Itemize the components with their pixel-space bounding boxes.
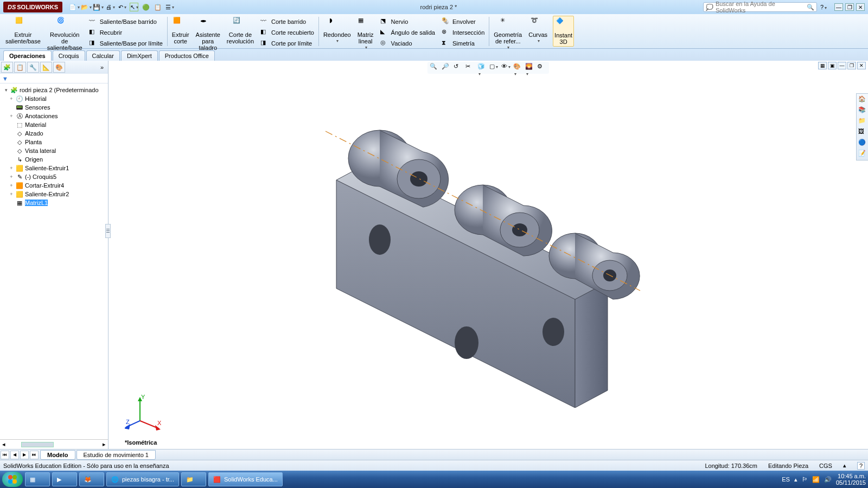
tab-calcular[interactable]: Calcular <box>86 50 120 61</box>
taskbar-solidworks-button[interactable]: 🟥SolidWorks Educa... <box>208 472 283 486</box>
search-icon[interactable]: 🔍 <box>807 4 814 11</box>
tree-item-1[interactable]: 📟Sensores <box>1 103 107 112</box>
feature-manager-tab[interactable]: 🧩 <box>1 62 13 73</box>
tree-item-9[interactable]: +✎(-) Croquis5 <box>1 172 107 181</box>
dimxpert-manager-tab[interactable]: 📐 <box>40 62 52 73</box>
extrude-cut-button[interactable]: 🟧Extruircorte <box>171 16 190 46</box>
swept-cut-button[interactable]: 〰Corte barrido <box>259 17 315 27</box>
rebuild-icon[interactable]: 🟢 <box>142 3 150 11</box>
revolve-boss-button[interactable]: 🌀Revolucióndesaliente/base <box>46 16 84 52</box>
boundary-cut-button[interactable]: ◨Corte por límite <box>259 38 315 48</box>
tab-estudio-movimiento[interactable]: Estudio de movimiento 1 <box>76 450 156 460</box>
custom-props-icon[interactable]: 📝 <box>858 149 867 159</box>
tray-lang[interactable]: ES <box>782 476 790 483</box>
save-icon[interactable]: 💾 <box>94 3 103 11</box>
scroll-thumb[interactable] <box>21 442 54 447</box>
taskbar-firefox-button[interactable]: 🦊 <box>79 472 104 486</box>
linear-pattern-button[interactable]: ▦Matrizlineal <box>356 16 375 51</box>
revolve-cut-button[interactable]: 🔄Corte derevolución <box>226 16 255 46</box>
graphics-area[interactable]: 🔍 🔎 ↺ ✂ 🧊 ▢ 👁 🎨 🌄 ⚙ ▦ ▣ — ❐ ✕ 🏠 📚 📁 🖼 🔵 … <box>108 61 868 449</box>
boundary-boss-button[interactable]: ◨Saliente/Base por límite <box>88 38 164 48</box>
shell-button[interactable]: ◎Vaciado <box>379 38 436 48</box>
appearances-icon[interactable]: 🔵 <box>858 138 867 148</box>
tree-item-5[interactable]: ◇Planta <box>1 138 107 146</box>
close-button[interactable]: ✕ <box>856 3 865 11</box>
mdi-restore-button[interactable]: ❐ <box>847 62 856 69</box>
intersect-button[interactable]: ⊗Intersección <box>441 28 486 37</box>
tree-item-2[interactable]: +ⒶAnotaciones <box>1 112 107 120</box>
taskbar-media-button[interactable]: ▶ <box>52 472 77 486</box>
tree-item-11[interactable]: +🟨Saliente-Extruir2 <box>1 190 107 198</box>
tree-item-0[interactable]: +🕘Historial <box>1 94 107 103</box>
display-manager-tab[interactable]: 🎨 <box>53 62 65 73</box>
tray-flag-icon[interactable]: 🏳 <box>802 476 808 483</box>
settings-icon[interactable]: ☰ <box>165 3 174 11</box>
mdi-minimize-button[interactable]: — <box>838 62 846 69</box>
view-palette-icon[interactable]: 🖼 <box>858 127 867 137</box>
open-icon[interactable]: 📂 <box>82 3 91 11</box>
reference-geometry-button[interactable]: ✳Geometríade refer... <box>493 16 523 51</box>
undo-icon[interactable]: ↶ <box>118 3 126 11</box>
tray-clock[interactable]: 10:45 a.m.05/11/2015 <box>836 473 866 486</box>
mirror-button[interactable]: ⧗Simetría <box>441 38 486 48</box>
scroll-left-icon[interactable]: ◂ <box>0 441 8 448</box>
help-dropdown-icon[interactable]: ? <box>820 4 827 10</box>
hole-wizard-button[interactable]: 🕳Asistenteparataladro <box>195 16 221 52</box>
taskbar-apps-button[interactable]: ▦ <box>25 472 50 486</box>
taskbar-chrome-button[interactable]: 🌐piezas bisagra - tr... <box>106 472 179 486</box>
status-units[interactable]: CGS <box>819 463 832 469</box>
tab-productos-office[interactable]: Productos Office <box>159 50 215 61</box>
mdi-close-button[interactable]: ✕ <box>857 62 866 69</box>
maximize-button[interactable]: ❐ <box>845 3 854 11</box>
tab-modelo[interactable]: Modelo <box>40 450 75 460</box>
file-explorer-icon[interactable]: 📁 <box>858 117 867 126</box>
property-manager-tab[interactable]: 📋 <box>14 62 26 73</box>
status-chevron-icon[interactable]: ▴ <box>843 462 846 469</box>
curves-button[interactable]: ➰Curvas <box>527 16 548 44</box>
tray-volume-icon[interactable]: 🔊 <box>824 476 832 483</box>
wrap-button[interactable]: 🌯Envolver <box>441 17 486 27</box>
motion-first-icon[interactable]: ⏮ <box>1 451 9 459</box>
options-icon[interactable]: 📋 <box>154 3 162 11</box>
rib-button[interactable]: ⬔Nervio <box>379 17 436 27</box>
taskbar-explorer-button[interactable]: 📁 <box>181 472 206 486</box>
pane-splitter[interactable] <box>105 224 111 238</box>
draft-button[interactable]: ◣Ángulo de salida <box>379 28 436 37</box>
fillet-button[interactable]: ◗Redondeo <box>322 16 352 44</box>
motion-prev-icon[interactable]: ◀ <box>10 451 19 459</box>
tab-croquis[interactable]: Croquis <box>53 50 85 61</box>
loft-cut-button[interactable]: ◧Corte recubierto <box>259 28 315 37</box>
mdi-tile-icon[interactable]: ▦ <box>818 62 827 69</box>
tree-root[interactable]: ▾🧩rodri pieza 2 (Predeterminado <box>1 86 107 94</box>
new-icon[interactable]: 📄 <box>70 3 79 11</box>
tree-item-10[interactable]: +🟧Cortar-Extruir4 <box>1 181 107 190</box>
select-icon[interactable]: ↖ <box>130 3 138 11</box>
motion-next-icon[interactable]: ▶ <box>20 451 29 459</box>
mdi-cascade-icon[interactable]: ▣ <box>828 62 837 69</box>
design-library-icon[interactable]: 📚 <box>858 106 867 115</box>
tree-item-12[interactable]: ▦MatrizL1 <box>1 198 107 207</box>
manager-chevron-icon[interactable]: » <box>97 64 107 70</box>
tree-h-scrollbar[interactable]: ◂ ▸ <box>0 439 108 449</box>
tree-item-7[interactable]: ↳Origen <box>1 155 107 164</box>
tree-item-8[interactable]: +🟨Saliente-Extruir1 <box>1 164 107 172</box>
tree-filter[interactable]: ▼ <box>0 74 108 84</box>
instant-3d-button[interactable]: 🔷Instant3D <box>553 16 574 47</box>
motion-last-icon[interactable]: ⏭ <box>30 451 39 459</box>
minimize-button[interactable]: — <box>834 3 843 11</box>
scroll-right-icon[interactable]: ▸ <box>100 441 108 448</box>
tree-item-6[interactable]: ◇Vista lateral <box>1 146 107 155</box>
loft-boss-button[interactable]: ◧Recubrir <box>88 28 164 37</box>
tree-item-4[interactable]: ◇Alzado <box>1 129 107 138</box>
tab-dimxpert[interactable]: DimXpert <box>121 50 158 61</box>
start-button[interactable] <box>2 472 23 487</box>
help-search[interactable]: 💭 Buscar en la Ayuda de SolidWorks 🔍 <box>703 2 817 12</box>
tray-show-hidden-icon[interactable]: ▴ <box>794 476 797 483</box>
sw-resources-icon[interactable]: 🏠 <box>858 95 867 105</box>
extrude-boss-button[interactable]: 🟨Extruirsaliente/base <box>4 16 42 46</box>
tray-network-icon[interactable]: 📶 <box>812 476 820 483</box>
print-icon[interactable]: 🖨 <box>106 3 114 11</box>
tree-item-3[interactable]: ⬚Material <box>1 120 107 129</box>
status-help-icon[interactable]: ? <box>857 462 865 470</box>
tab-operaciones[interactable]: Operaciones <box>3 50 52 61</box>
